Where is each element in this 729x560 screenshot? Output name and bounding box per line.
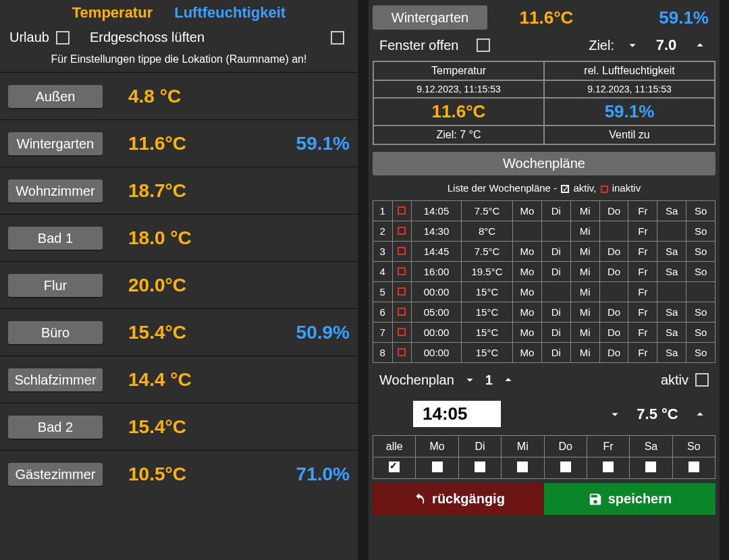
time-input[interactable] bbox=[413, 401, 501, 427]
room-button[interactable]: Flur bbox=[8, 274, 103, 297]
plan-day: Sa bbox=[657, 242, 686, 262]
tab-temperature[interactable]: Temperatur bbox=[72, 4, 153, 22]
target-decrease-button[interactable] bbox=[624, 36, 641, 54]
room-row: Flur 20.0°C bbox=[0, 261, 358, 308]
plan-index: 6 bbox=[373, 302, 393, 323]
day-checkbox-cell[interactable] bbox=[587, 457, 629, 479]
plan-index: 1 bbox=[373, 201, 393, 221]
plan-day: Mo bbox=[513, 282, 542, 302]
day-header: alle bbox=[373, 436, 416, 457]
active-checkbox[interactable] bbox=[695, 373, 709, 387]
plan-day: Di bbox=[541, 242, 570, 262]
temp-decrease-button[interactable] bbox=[606, 405, 624, 423]
inactive-icon bbox=[601, 186, 608, 193]
plan-active-checkbox[interactable] bbox=[392, 242, 412, 262]
save-button[interactable]: speichern bbox=[544, 483, 716, 515]
temp-edit-value: 7.5 °C bbox=[630, 405, 684, 423]
day-checkbox-cell[interactable] bbox=[416, 457, 458, 479]
target-increase-button[interactable] bbox=[691, 36, 709, 54]
day-checkbox-cell[interactable] bbox=[544, 457, 587, 479]
weekplan-row[interactable]: 4 16:00 19.5°C MoDiMiDoFrSaSo bbox=[373, 262, 716, 282]
weekplan-prev-button[interactable] bbox=[461, 371, 479, 389]
room-button[interactable]: Außen bbox=[8, 85, 103, 108]
room-button[interactable]: Wohnzimmer bbox=[8, 179, 103, 202]
active-icon bbox=[561, 185, 569, 193]
weekplan-next-button[interactable] bbox=[500, 371, 517, 389]
plan-active-checkbox[interactable] bbox=[392, 282, 412, 302]
plan-active-checkbox[interactable] bbox=[392, 323, 412, 343]
ventilate-checkbox[interactable] bbox=[331, 31, 344, 45]
tab-humidity[interactable]: Luftfeuchtigkeit bbox=[174, 4, 286, 22]
room-row: Wintergarten 11.6°C 59.1% bbox=[0, 119, 358, 167]
weekplan-row[interactable]: 6 05:00 15°C MoDiMiDoFrSaSo bbox=[373, 302, 716, 323]
room-row: Bad 1 18.0 °C bbox=[0, 214, 358, 261]
save-icon bbox=[588, 492, 603, 507]
chevron-down-icon bbox=[608, 407, 622, 422]
plan-day: Mo bbox=[513, 242, 542, 262]
weekplan-number: 1 bbox=[485, 372, 493, 388]
day-header: So bbox=[672, 436, 715, 457]
room-row: Gästezimmer 10.5°C 71.0% bbox=[0, 450, 358, 497]
room-button[interactable]: Wintergarten bbox=[8, 132, 103, 155]
plan-day bbox=[657, 221, 686, 242]
room-temp: 11.6°C bbox=[116, 133, 233, 155]
plan-time: 05:00 bbox=[412, 302, 462, 323]
room-temp: 4.8 °C bbox=[116, 86, 233, 107]
plan-day bbox=[541, 221, 570, 242]
plan-active-checkbox[interactable] bbox=[392, 262, 412, 282]
room-button[interactable]: Gästezimmer bbox=[8, 463, 103, 486]
plan-day: So bbox=[686, 323, 716, 343]
weekplan-row[interactable]: 2 14:30 8°C MiFrSo bbox=[373, 221, 716, 242]
room-button[interactable]: Bad 1 bbox=[8, 227, 103, 250]
plan-time: 00:00 bbox=[412, 282, 462, 302]
info-temp-value: 11.6°C bbox=[373, 98, 544, 125]
plan-day: Sa bbox=[657, 302, 686, 323]
room-button[interactable]: Bad 2 bbox=[8, 416, 103, 439]
plan-active-checkbox[interactable] bbox=[392, 221, 412, 242]
plan-day: Do bbox=[599, 242, 628, 262]
day-checkbox-cell[interactable] bbox=[458, 457, 501, 479]
info-table: Temperatur rel. Luftfeuchtigkeit 9.12.20… bbox=[373, 61, 716, 145]
day-checkbox-cell[interactable] bbox=[502, 457, 544, 479]
plan-active-checkbox[interactable] bbox=[392, 302, 412, 323]
info-hum-value: 59.1% bbox=[544, 98, 715, 125]
plan-day: Fr bbox=[628, 262, 657, 282]
weekplan-row[interactable]: 3 14:45 7.5°C MoDiMiDoFrSaSo bbox=[373, 242, 716, 262]
plan-day: Fr bbox=[628, 242, 657, 262]
day-header: Mi bbox=[502, 436, 544, 457]
time-temp-edit-row: 7.5 °C bbox=[373, 397, 716, 431]
plan-day bbox=[513, 221, 542, 242]
undo-button[interactable]: rückgängig bbox=[373, 483, 544, 515]
day-checkbox-cell[interactable] bbox=[672, 457, 715, 479]
plan-index: 2 bbox=[373, 221, 393, 242]
window-open-checkbox[interactable] bbox=[477, 38, 490, 52]
plan-time: 16:00 bbox=[412, 262, 462, 282]
plan-active-checkbox[interactable] bbox=[392, 201, 412, 221]
weekplan-row[interactable]: 8 00:00 15°C MoDiMiDoFrSaSo bbox=[373, 343, 716, 363]
detail-humidity: 59.1% bbox=[605, 7, 716, 28]
header-tabs: Temperatur Luftfeuchtigkeit bbox=[0, 0, 358, 26]
weekplan-row[interactable]: 1 14:05 7.5°C MoDiMiDoFrSaSo bbox=[373, 201, 716, 221]
plan-day bbox=[686, 282, 716, 302]
plan-day: So bbox=[686, 201, 716, 221]
room-select-button[interactable]: Wintergarten bbox=[373, 5, 487, 30]
weekplans-button[interactable]: Wochenpläne bbox=[373, 152, 716, 175]
day-header-row: alleMoDiMiDoFrSaSo bbox=[373, 436, 716, 457]
plan-time: 00:00 bbox=[412, 343, 462, 363]
vacation-checkbox[interactable] bbox=[56, 31, 70, 45]
room-button[interactable]: Schlafzimmer bbox=[8, 368, 103, 391]
weekplan-select-row: Wochenplan 1 aktiv bbox=[373, 367, 716, 393]
plan-active-checkbox[interactable] bbox=[392, 343, 412, 363]
day-checkbox-cell[interactable] bbox=[373, 457, 416, 479]
options-row: Urlaub Erdgeschoss lüften bbox=[0, 26, 358, 49]
plan-day: So bbox=[686, 242, 716, 262]
room-list: Außen 4.8 °C Wintergarten 11.6°C 59.1% W… bbox=[0, 72, 358, 497]
room-button[interactable]: Büro bbox=[8, 321, 103, 344]
weekplan-row[interactable]: 5 00:00 15°C MoMiFr bbox=[373, 282, 716, 302]
weekplan-table: 1 14:05 7.5°C MoDiMiDoFrSaSo 2 14:30 8°C… bbox=[373, 200, 716, 363]
plan-day: Mi bbox=[570, 242, 599, 262]
temp-increase-button[interactable] bbox=[691, 405, 709, 423]
plan-day: Mi bbox=[570, 282, 599, 302]
day-checkbox-cell[interactable] bbox=[630, 457, 672, 479]
weekplan-row[interactable]: 7 00:00 15°C MoDiMiDoFrSaSo bbox=[373, 323, 716, 343]
